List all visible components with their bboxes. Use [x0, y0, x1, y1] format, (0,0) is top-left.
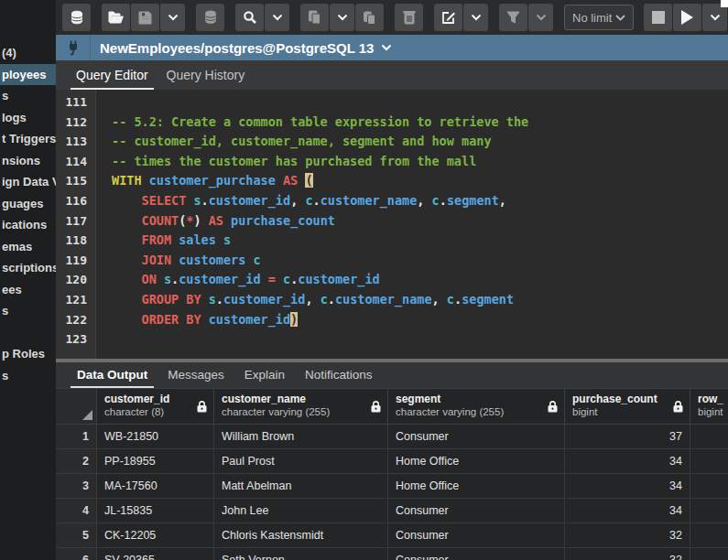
column-header-purchase_count[interactable]: purchase_countbigint: [565, 389, 690, 425]
tab-query-history[interactable]: Query History: [158, 68, 255, 90]
row-limit-select[interactable]: No limit: [564, 5, 634, 30]
copy-dropdown-button[interactable]: [330, 4, 354, 31]
tab-data-output[interactable]: Data Output: [67, 368, 158, 388]
cell-purchase_count[interactable]: 34: [565, 499, 690, 522]
copy-button[interactable]: [300, 4, 329, 31]
column-header-row[interactable]: row_bigint: [690, 389, 728, 425]
cell-customer_id[interactable]: JL-15835: [97, 499, 214, 522]
cell-segment[interactable]: Home Office: [388, 474, 565, 498]
code-line[interactable]: [112, 92, 728, 113]
execute-dropdown-button[interactable]: [702, 4, 727, 31]
column-header-customer_name[interactable]: customer_namecharacter varying (255): [214, 389, 388, 425]
cell-row[interactable]: [690, 499, 728, 522]
cell-row[interactable]: [690, 449, 728, 473]
code-line[interactable]: ORDER BY customer_id): [112, 310, 728, 330]
cell-segment[interactable]: Consumer: [388, 425, 565, 448]
code-line[interactable]: JOIN customers c: [112, 251, 728, 271]
cell-purchase_count[interactable]: 32: [565, 523, 690, 547]
sidebar-item[interactable]: s: [0, 300, 56, 322]
cell-segment[interactable]: Consumer: [388, 499, 565, 522]
row-number-cell[interactable]: 1: [56, 425, 97, 448]
cell-customer_name[interactable]: Paul Prost: [214, 449, 388, 473]
cell-customer_name[interactable]: William Brown: [214, 425, 388, 448]
find-dropdown-button[interactable]: [265, 4, 289, 31]
row-number-cell[interactable]: 2: [56, 449, 97, 473]
code-line[interactable]: GROUP BY s.customer_id, c.customer_name,…: [112, 290, 728, 310]
save-file-button[interactable]: [131, 4, 159, 31]
tab-notifications[interactable]: Notifications: [295, 368, 383, 388]
code-line[interactable]: -- customer_id, customer_name, segment a…: [112, 132, 728, 152]
database-button[interactable]: [62, 4, 91, 31]
sidebar-item[interactable]: guages: [0, 193, 56, 215]
code-line[interactable]: -- 5.2: Create a common table expression…: [112, 113, 728, 133]
edit-dropdown-button[interactable]: [463, 4, 488, 31]
connection-bar[interactable]: NewEmployees/postgres@PostgreSQL 13: [56, 35, 728, 60]
sidebar-item[interactable]: emas: [0, 236, 56, 258]
cell-customer_name[interactable]: John Lee: [214, 499, 388, 522]
sidebar-item[interactable]: logs: [0, 107, 56, 129]
editor-code[interactable]: -- 5.2: Create a common table expression…: [96, 90, 728, 359]
chevron-down-icon: [710, 14, 721, 21]
execute-button[interactable]: [673, 4, 701, 31]
cell-purchase_count[interactable]: 34: [565, 449, 690, 473]
cell-segment[interactable]: Consumer: [388, 548, 565, 560]
stop-button[interactable]: [644, 4, 672, 31]
cell-purchase_count[interactable]: 37: [565, 425, 690, 448]
column-header-segment[interactable]: segmentcharacter varying (255): [388, 389, 565, 425]
filter-button[interactable]: [499, 4, 527, 31]
cell-row[interactable]: [690, 425, 728, 448]
sidebar-item[interactable]: (4): [0, 42, 56, 64]
row-number-cell[interactable]: 6: [56, 548, 97, 560]
sidebar-item[interactable]: s: [0, 85, 56, 107]
cell-purchase_count[interactable]: 34: [565, 474, 690, 498]
cell-segment[interactable]: Home Office: [388, 449, 565, 473]
tab-explain[interactable]: Explain: [234, 368, 295, 388]
sidebar-item[interactable]: p Roles: [0, 343, 56, 365]
cell-customer_id[interactable]: CK-12205: [97, 523, 214, 547]
row-number-cell[interactable]: 4: [56, 499, 97, 522]
connection-chevron[interactable]: [381, 44, 392, 51]
find-button[interactable]: [235, 4, 264, 31]
code-line[interactable]: COUNT(*) AS purchase_count: [112, 211, 728, 232]
cell-customer_id[interactable]: SV-20365: [97, 548, 214, 560]
cell-customer_id[interactable]: MA-17560: [97, 474, 214, 498]
code-line[interactable]: FROM sales s: [112, 231, 728, 251]
cell-row[interactable]: [690, 523, 728, 547]
sidebar-item[interactable]: ees: [0, 279, 56, 301]
sidebar-item[interactable]: ign Data V: [0, 171, 56, 193]
filter-dropdown-button[interactable]: [528, 4, 553, 31]
cell-customer_name[interactable]: Chloris Kastensmidt: [214, 523, 388, 547]
delete-button[interactable]: [395, 4, 423, 31]
sql-editor[interactable]: 111112113114115116117118119120121122123 …: [56, 90, 728, 359]
code-line[interactable]: ON s.customer_id = c.customer_id: [112, 270, 728, 290]
grid-select-all-cell[interactable]: [56, 389, 97, 425]
sidebar-item[interactable]: t Triggers: [0, 128, 56, 150]
code-line[interactable]: [112, 329, 728, 350]
open-file-button[interactable]: [102, 4, 130, 31]
save-data-button[interactable]: [196, 4, 224, 31]
cell-segment[interactable]: Consumer: [388, 523, 565, 547]
cell-customer_id[interactable]: WB-21850: [97, 425, 214, 448]
cell-purchase_count[interactable]: 32: [565, 548, 690, 560]
edit-button[interactable]: [434, 4, 462, 31]
cell-customer_name[interactable]: Seth Vernon: [214, 548, 388, 560]
cell-customer_name[interactable]: Matt Abelman: [214, 474, 388, 498]
column-header-customer_id[interactable]: customer_idcharacter (8): [97, 389, 214, 425]
tab-messages[interactable]: Messages: [158, 368, 234, 388]
cell-row[interactable]: [690, 474, 728, 498]
paste-button[interactable]: [355, 4, 384, 31]
tab-query-editor[interactable]: Query Editor: [67, 68, 158, 90]
sidebar-item[interactable]: ployees: [0, 64, 56, 86]
code-line[interactable]: WITH customer_purchase AS (: [112, 171, 728, 191]
sidebar-item[interactable]: s: [0, 365, 56, 387]
row-number-cell[interactable]: 5: [56, 523, 97, 547]
cell-row[interactable]: [690, 548, 728, 560]
save-dropdown-button[interactable]: [160, 4, 185, 31]
cell-customer_id[interactable]: PP-18955: [97, 449, 214, 473]
row-number-cell[interactable]: 3: [56, 474, 97, 498]
sidebar-item[interactable]: scriptions: [0, 257, 56, 279]
code-line[interactable]: SELECT s.customer_id, c.customer_name, c…: [112, 191, 728, 211]
sidebar-item[interactable]: nsions: [0, 150, 56, 172]
code-line[interactable]: -- times the customer has purchased from…: [112, 152, 728, 172]
sidebar-item[interactable]: ications: [0, 214, 56, 236]
